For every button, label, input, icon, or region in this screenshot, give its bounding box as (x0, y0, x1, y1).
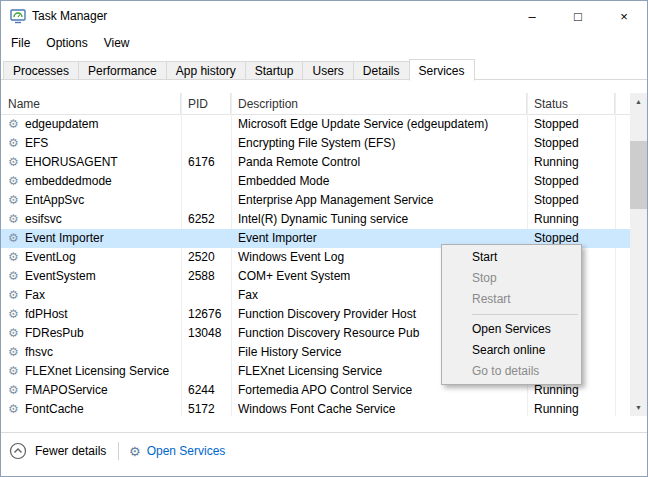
service-pid-cell (188, 172, 230, 191)
service-pid-cell (188, 134, 230, 153)
services-gear-icon: ⚙ (129, 444, 141, 459)
tab-label: Details (363, 64, 400, 78)
context-menu-item-open-services[interactable]: Open Services (442, 319, 581, 340)
scrollbar-thumb[interactable] (630, 141, 647, 209)
open-services-link[interactable]: ⚙ Open Services (129, 442, 225, 460)
maximize-button[interactable]: □ (555, 1, 601, 32)
service-pid-cell (188, 343, 230, 362)
service-gear-icon: ⚙ (8, 248, 19, 267)
service-gear-icon: ⚙ (8, 267, 19, 286)
service-gear-icon: ⚙ (8, 305, 19, 324)
service-pid-cell: 2520 (188, 248, 230, 267)
service-pid-cell: 6176 (188, 153, 230, 172)
service-name: EventLog (25, 250, 76, 264)
service-description-cell: Embedded Mode (238, 172, 526, 191)
service-gear-icon: ⚙ (8, 286, 19, 305)
fewer-details-button[interactable]: Fewer details (9, 442, 106, 460)
service-status-cell: Running (534, 400, 614, 416)
service-row-embeddedmode[interactable]: ⚙ embeddedmode Embedded Mode Stopped (1, 172, 630, 191)
service-name: fhsvc (25, 345, 53, 359)
service-name-cell: ⚙ EntAppSvc (1, 191, 180, 210)
menubar-item-view[interactable]: View (96, 32, 138, 54)
tab-processes[interactable]: Processes (3, 61, 79, 80)
window-controls: – □ × (509, 1, 647, 32)
tab-services[interactable]: Services (409, 59, 475, 81)
service-gear-icon: ⚙ (8, 229, 19, 248)
service-name-cell: ⚙ fhsvc (1, 343, 180, 362)
menubar-item-file[interactable]: File (3, 32, 38, 54)
table-header: Name PID Description Status (1, 93, 630, 115)
menubar-item-options[interactable]: Options (38, 32, 95, 54)
service-row-entappsvc[interactable]: ⚙ EntAppSvc Enterprise App Management Se… (1, 191, 630, 210)
column-header-description[interactable]: Description (231, 93, 527, 115)
titlebar: Task Manager – □ × (1, 1, 647, 32)
service-gear-icon: ⚙ (8, 134, 19, 153)
service-name-cell: ⚙ EFS (1, 134, 180, 153)
column-header-status[interactable]: Status (527, 93, 615, 115)
service-row-esifsvc[interactable]: ⚙ esifsvc 6252 Intel(R) Dynamic Tuning s… (1, 210, 630, 229)
service-description-cell: Panda Remote Control (238, 153, 526, 172)
service-status-cell: Stopped (534, 134, 614, 153)
service-pid-cell: 5172 (188, 400, 230, 416)
service-pid-cell: 6244 (188, 381, 230, 400)
menubar-item-label: File (11, 36, 30, 50)
tab-users[interactable]: Users (302, 61, 353, 80)
service-name-cell: ⚙ EHORUSAGENT (1, 153, 180, 172)
service-pid-cell: 2588 (188, 267, 230, 286)
service-gear-icon: ⚙ (8, 172, 19, 191)
context-menu-item-stop[interactable]: Stop (442, 268, 581, 289)
minimize-button[interactable]: – (509, 1, 555, 32)
context-menu-item-go-to-details[interactable]: Go to details (442, 361, 581, 382)
service-gear-icon: ⚙ (8, 210, 19, 229)
service-row-edgeupdatem[interactable]: ⚙ edgeupdatem Microsoft Edge Update Serv… (1, 115, 630, 134)
service-name-cell: ⚙ EventLog (1, 248, 180, 267)
tab-startup[interactable]: Startup (245, 61, 304, 80)
service-row-ehorusagent[interactable]: ⚙ EHORUSAGENT 6176 Panda Remote Control … (1, 153, 630, 172)
service-name-cell: ⚙ FLEXnet Licensing Service (1, 362, 180, 381)
service-name-cell: ⚙ Event Importer (1, 229, 180, 248)
service-gear-icon: ⚙ (8, 362, 19, 381)
context-menu-item-label: Search online (472, 343, 545, 357)
scroll-up-arrow[interactable]: ▲ (630, 93, 647, 110)
service-gear-icon: ⚙ (8, 191, 19, 210)
vertical-scrollbar[interactable]: ▲ ▼ (630, 93, 647, 416)
service-name: edgeupdatem (25, 117, 98, 131)
service-pid-cell: 12676 (188, 305, 230, 324)
context-menu-item-label: Start (472, 250, 497, 264)
tab-app-history[interactable]: App history (166, 61, 246, 80)
context-menu-item-start[interactable]: Start (442, 247, 581, 268)
service-name-cell: ⚙ Fax (1, 286, 180, 305)
service-pid-cell (188, 286, 230, 305)
service-gear-icon: ⚙ (8, 381, 19, 400)
context-menu-item-search-online[interactable]: Search online (442, 340, 581, 361)
service-gear-icon: ⚙ (8, 400, 19, 416)
menubar: File Options View (3, 32, 647, 54)
column-header-pid[interactable]: PID (181, 93, 231, 115)
service-row-efs[interactable]: ⚙ EFS Encrypting File System (EFS) Stopp… (1, 134, 630, 153)
context-menu-item-label: Go to details (472, 364, 539, 378)
service-gear-icon: ⚙ (8, 115, 19, 134)
context-menu-separator[interactable] (442, 310, 581, 319)
service-row-fontcache[interactable]: ⚙ FontCache 5172 Windows Font Cache Serv… (1, 400, 630, 416)
service-status-cell: Running (534, 153, 614, 172)
footer: Fewer details ⚙ Open Services (1, 433, 647, 476)
service-description-cell: Windows Font Cache Service (238, 400, 526, 416)
menubar-item-label: View (104, 36, 130, 50)
service-name: EventSystem (25, 269, 96, 283)
service-pid-cell: 6252 (188, 210, 230, 229)
close-button[interactable]: × (601, 1, 647, 32)
service-status-cell: Stopped (534, 191, 614, 210)
context-menu-item-restart[interactable]: Restart (442, 289, 581, 310)
service-name: FontCache (25, 402, 84, 416)
fewer-details-label: Fewer details (35, 444, 106, 458)
column-header-name[interactable]: Name (1, 93, 181, 115)
service-name: fdPHost (25, 307, 68, 321)
context-menu: Start Stop Restart Open Services Search … (441, 244, 582, 385)
open-services-label: Open Services (147, 444, 226, 458)
service-description-cell: Intel(R) Dynamic Tuning service (238, 210, 526, 229)
service-name: EFS (25, 136, 48, 150)
scroll-down-arrow[interactable]: ▼ (630, 399, 647, 416)
tab-details[interactable]: Details (353, 61, 410, 80)
fewer-details-icon (9, 442, 27, 460)
tab-performance[interactable]: Performance (78, 61, 167, 80)
